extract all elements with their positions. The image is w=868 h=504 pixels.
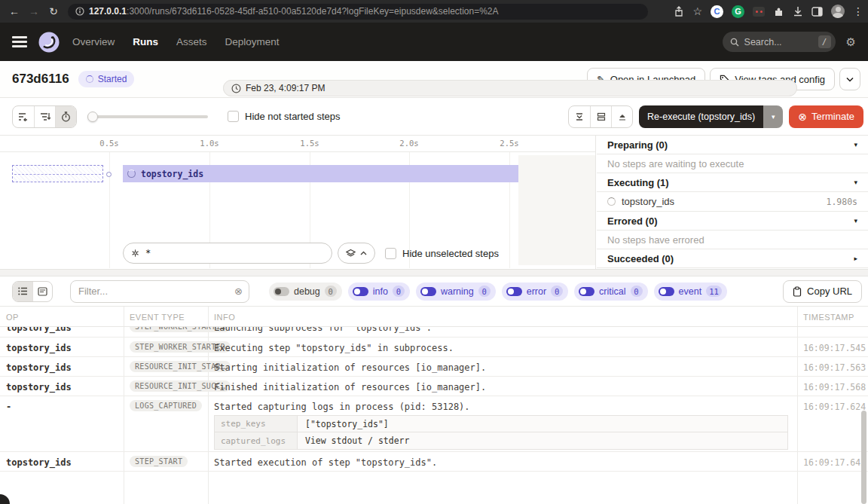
waterfall-icon — [40, 112, 50, 121]
gantt-mode-segmented — [12, 105, 77, 128]
stopwatch-icon — [61, 111, 71, 122]
clock-icon — [231, 84, 241, 93]
gantt-mode-timed-button[interactable] — [55, 106, 76, 127]
toggle-icon — [506, 287, 522, 296]
run-status-badge: Started — [78, 71, 135, 87]
side-panel-icon[interactable] — [811, 7, 823, 17]
reexecute-button[interactable]: Re-execute (topstory_ids) — [639, 105, 763, 128]
nav-overview[interactable]: Overview — [72, 36, 115, 47]
share-icon[interactable] — [674, 6, 684, 17]
extension-grammarly-icon[interactable]: G — [732, 5, 744, 18]
section-executing[interactable]: Executing (1) ▾ — [597, 173, 868, 192]
level-count-badge: 0 — [325, 286, 337, 297]
copy-url-button[interactable]: Copy URL — [783, 280, 862, 303]
log-scrollbar-thumb[interactable] — [861, 411, 866, 504]
log-row-logs-captured[interactable]: - LOGS_CAPTURED Started capturing logs i… — [0, 396, 868, 452]
collapse-down-icon — [575, 112, 584, 121]
site-info-icon[interactable] — [75, 7, 84, 16]
gantt-step-bar[interactable]: topstory_ids — [123, 165, 518, 182]
level-event-toggle[interactable]: event 11 — [654, 283, 727, 301]
graph-layers-button[interactable] — [338, 243, 375, 264]
downloads-icon[interactable] — [793, 6, 803, 17]
log-row[interactable]: topstory_ids STEP_START Started executio… — [0, 452, 868, 472]
section-errored[interactable]: Errored (0) ▾ — [597, 212, 868, 231]
list-icon — [18, 287, 28, 295]
collapse-top-pane-button[interactable] — [611, 106, 632, 127]
op-selector-icon — [131, 249, 139, 258]
reload-icon[interactable]: ↻ — [44, 5, 63, 17]
captured-logs-link[interactable]: View stdout / stderr — [298, 432, 787, 449]
log-row[interactable]: topstory_ids RESOURCE_INIT_STAR… Startin… — [0, 357, 868, 377]
pane-splitter[interactable] — [0, 269, 868, 276]
toggle-icon — [659, 287, 674, 296]
step-selector-input[interactable] — [145, 248, 324, 258]
timeline-tick: 2.0s — [399, 139, 418, 148]
global-search[interactable]: Search... / — [723, 32, 836, 52]
split-panes-button[interactable] — [590, 106, 611, 127]
checkbox-icon[interactable] — [228, 111, 239, 122]
terminate-button[interactable]: ⊗ Terminate — [789, 105, 863, 128]
col-event-type: EVENT TYPE — [130, 313, 185, 322]
level-count-badge: 0 — [478, 286, 491, 297]
slider-knob[interactable] — [87, 111, 98, 122]
log-row-clipped[interactable]: topstory_ids STEP_WORKER_STARTI… Launchi… — [0, 327, 868, 338]
gantt-toolbar: Hide not started steps Re-execute (topst… — [0, 98, 868, 136]
section-succeeded[interactable]: Succeeded (0) ▸ — [597, 249, 868, 268]
reexecute-caret-button[interactable]: ▾ — [763, 105, 783, 128]
log-row[interactable]: topstory_ids STEP_WORKER_STARTED Executi… — [0, 338, 868, 357]
gantt-zoom-slider[interactable] — [87, 111, 208, 123]
url-bar[interactable]: 127.0.0.1:3000/runs/673d6116-0528-45df-a… — [68, 4, 648, 20]
settings-gear-icon[interactable]: ⚙ — [846, 35, 856, 49]
clear-filter-icon[interactable]: ⊗ — [234, 286, 243, 297]
toggle-icon — [579, 287, 594, 296]
extensions-puzzle-icon[interactable] — [773, 6, 784, 17]
caret-down-icon: ▾ — [854, 141, 857, 148]
gantt-mode-waterfall-button[interactable] — [34, 106, 55, 127]
level-debug-toggle[interactable]: debug 0 — [269, 283, 342, 301]
log-structured-view-button[interactable] — [32, 282, 52, 301]
run-more-actions-button[interactable] — [839, 68, 860, 90]
forward-icon[interactable]: → — [24, 5, 44, 17]
hide-not-started-checkbox[interactable]: Hide not started steps — [228, 111, 340, 122]
level-warning-toggle[interactable]: warning 0 — [416, 283, 496, 301]
log-filter-input[interactable] — [70, 280, 249, 303]
menu-dots-icon[interactable]: ⋮ — [853, 6, 863, 17]
gantt-waiting-box[interactable] — [12, 165, 103, 182]
timeline-tick: 0.5s — [99, 139, 118, 148]
checkbox-icon[interactable] — [385, 248, 396, 259]
section-preparing[interactable]: Preparing (0) ▾ — [597, 136, 868, 154]
hide-unselected-checkbox[interactable]: Hide unselected steps — [385, 248, 499, 259]
extension-robot-icon[interactable] — [753, 7, 765, 17]
gantt-controls: Hide unselected steps — [123, 243, 499, 264]
terminate-x-icon: ⊗ — [798, 111, 807, 123]
log-row[interactable]: topstory_ids RESOURCE_INIT_SUCC… Finishe… — [0, 377, 868, 396]
dagster-logo[interactable] — [38, 31, 60, 53]
primary-nav: Overview Runs Assets Deployment — [72, 36, 280, 47]
pane-layout-segmented — [568, 105, 633, 128]
caret-right-icon: ▸ — [854, 255, 857, 262]
nav-deployment[interactable]: Deployment — [225, 36, 280, 47]
back-icon[interactable]: ← — [5, 5, 24, 17]
level-error-toggle[interactable]: error 0 — [502, 283, 568, 301]
url-text: 127.0.0.1:3000/runs/673d6116-0528-45df-a… — [89, 6, 499, 17]
nav-runs[interactable]: Runs — [133, 36, 158, 47]
extension-c-icon[interactable]: C — [711, 5, 723, 18]
hamburger-menu-icon[interactable] — [12, 36, 27, 47]
meta-value: ["topstory_ids"] — [298, 416, 787, 432]
executing-step-row[interactable]: topstory_ids 1.980s — [597, 192, 868, 212]
bookmark-star-icon[interactable]: ☆ — [692, 6, 702, 17]
app-header: Overview Runs Assets Deployment Search..… — [0, 23, 868, 61]
level-info-toggle[interactable]: info 0 — [348, 283, 410, 301]
log-list-view-button[interactable] — [13, 282, 32, 301]
caret-down-icon: ▾ — [854, 217, 857, 225]
gantt-mode-flat-button[interactable] — [13, 106, 34, 127]
slider-track[interactable] — [87, 115, 208, 118]
level-count-badge: 0 — [551, 286, 563, 297]
collapse-bottom-pane-button[interactable] — [569, 106, 590, 127]
profile-avatar[interactable] — [831, 5, 845, 18]
preparing-empty-text: No steps are waiting to execute — [597, 154, 868, 173]
nav-assets[interactable]: Assets — [176, 36, 207, 47]
errored-empty-text: No steps have errored — [597, 231, 868, 249]
step-selector-input-wrap[interactable] — [123, 243, 332, 264]
level-critical-toggle[interactable]: critical 0 — [574, 283, 647, 301]
